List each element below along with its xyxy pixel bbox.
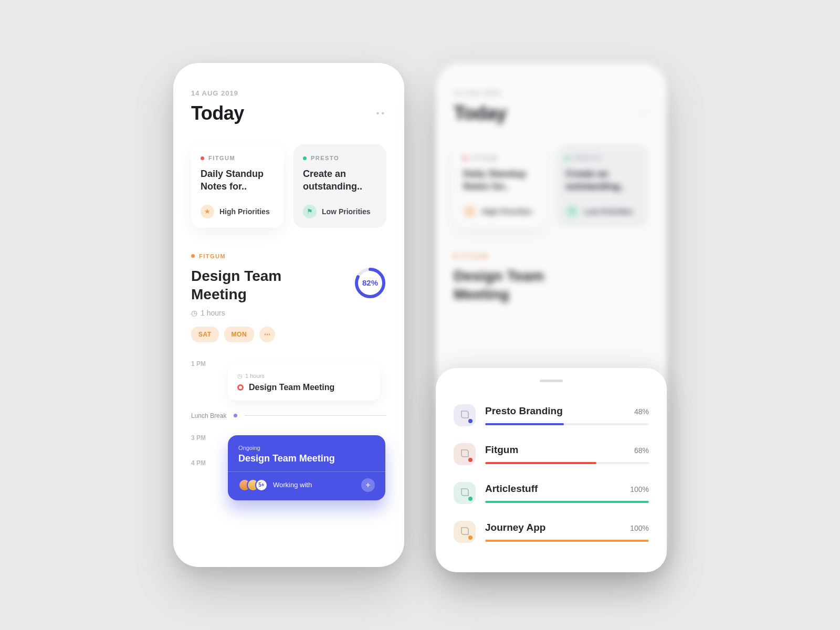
date-label: 14 AUG 2019 xyxy=(191,89,386,97)
duration-label: ◷ 1 hours xyxy=(191,309,386,317)
timeline: 1 PM ◷1 hours Design Team Meeting Lunch … xyxy=(191,360,386,500)
drag-handle[interactable] xyxy=(540,380,563,382)
project-icon xyxy=(454,482,476,504)
meeting-section: FITGUM Design Team Meeting 82% ◷ 1 hours… xyxy=(191,253,386,342)
event-marker-icon xyxy=(237,384,244,391)
project-percent: 100% xyxy=(630,524,649,532)
project-row[interactable]: Presto Branding 48% xyxy=(454,396,649,435)
progress-bar xyxy=(485,501,649,503)
project-name: Articlestuff xyxy=(485,483,538,495)
tag-dot xyxy=(303,156,307,160)
project-icon xyxy=(454,443,476,465)
progress-bar xyxy=(485,540,649,542)
event-title: Design Team Meeting xyxy=(249,383,334,392)
progress-bar xyxy=(485,423,649,425)
task-title: Create an outstanding.. xyxy=(303,167,377,193)
flag-icon: ⚑ xyxy=(303,205,317,218)
tag-dot xyxy=(191,254,195,258)
divider xyxy=(228,471,385,472)
lunch-label: Lunch Break xyxy=(191,412,226,419)
project-percent: 100% xyxy=(630,485,649,494)
progress-value: 82% xyxy=(354,267,386,299)
project-icon xyxy=(454,521,476,543)
project-name: Fitgum xyxy=(485,444,518,456)
priority-label: Low Priorities xyxy=(322,207,371,216)
projects-screen-stack: 14 AUG 2019 Today •• FITGUM Daily Standu… xyxy=(436,63,667,567)
tag-label: FITGUM xyxy=(199,253,226,259)
star-icon: ★ xyxy=(201,205,214,218)
project-row[interactable]: Journey App 100% xyxy=(454,512,649,551)
progress-ring: 82% xyxy=(354,267,386,299)
ongoing-title: Design Team Meeting xyxy=(238,453,375,464)
project-name: Presto Branding xyxy=(485,405,563,417)
project-icon xyxy=(454,404,476,426)
chip-mon[interactable]: MON xyxy=(224,327,255,342)
avatar-overflow: 5+ xyxy=(255,479,268,491)
tag-label: PRESTO xyxy=(311,155,339,161)
today-screen: 14 AUG 2019 Today •• FITGUM Daily Standu… xyxy=(173,63,404,567)
chip-more[interactable]: ⋯ xyxy=(259,327,275,342)
progress-bar xyxy=(485,462,649,464)
projects-sheet[interactable]: Presto Branding 48% Fitgum 68% Articlest xyxy=(436,368,667,572)
ongoing-tag: Ongoing xyxy=(238,445,375,451)
avatar-stack: 5+ xyxy=(238,479,268,491)
meeting-title: Design Team Meeting xyxy=(191,267,328,303)
page-title: Today xyxy=(191,102,244,124)
tag-label: FITGUM xyxy=(208,155,235,161)
add-button[interactable]: + xyxy=(361,478,375,492)
project-name: Journey App xyxy=(485,522,545,533)
working-with-label: Working with xyxy=(273,481,312,489)
project-percent: 48% xyxy=(634,407,649,416)
more-icon[interactable]: •• xyxy=(376,109,386,118)
task-card-fitgum[interactable]: FITGUM Daily Standup Notes for.. ★ High … xyxy=(191,144,284,228)
time-4pm: 4 PM xyxy=(191,459,228,467)
task-card-presto[interactable]: PRESTO Create an outstanding.. ⚑ Low Pri… xyxy=(293,144,386,228)
priority-label: High Priorities xyxy=(219,207,270,216)
clock-icon: ◷ xyxy=(237,373,243,380)
lunch-dot-icon xyxy=(234,414,237,417)
clock-icon: ◷ xyxy=(191,309,197,317)
ongoing-event-card[interactable]: Ongoing Design Team Meeting 5+ Working w… xyxy=(228,435,385,500)
task-title: Daily Standup Notes for.. xyxy=(201,167,275,193)
project-row[interactable]: Fitgum 68% xyxy=(454,435,649,474)
time-3pm: 3 PM xyxy=(191,434,228,442)
tag-dot xyxy=(201,156,204,160)
timeline-event[interactable]: ◷1 hours Design Team Meeting xyxy=(228,364,380,401)
project-percent: 68% xyxy=(634,446,649,455)
divider xyxy=(245,415,386,416)
project-row[interactable]: Articlestuff 100% xyxy=(454,474,649,512)
chip-sat[interactable]: SAT xyxy=(191,327,219,342)
